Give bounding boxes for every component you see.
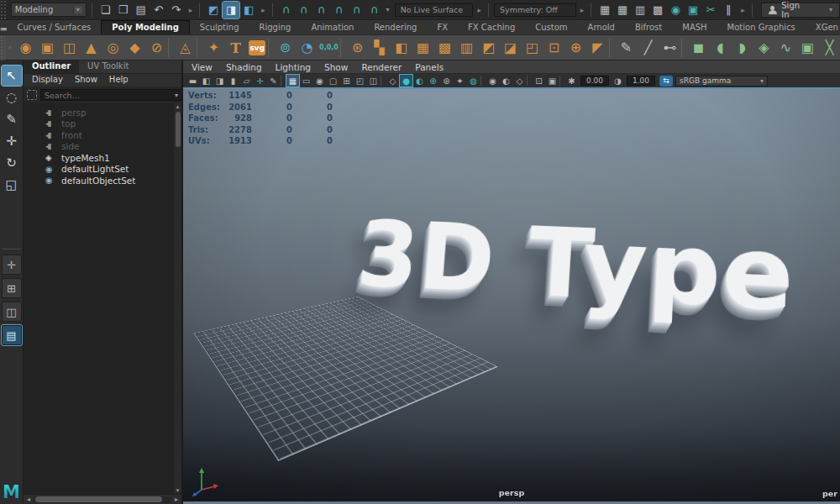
panel-tab[interactable]: UV Toolkit: [79, 60, 137, 73]
menu-item[interactable]: Show: [75, 75, 97, 87]
menu-set-selector[interactable]: Modeling ▾: [11, 3, 87, 17]
make-live-icon[interactable]: ∩: [366, 2, 383, 18]
select-camera-icon[interactable]: ▬: [186, 75, 199, 87]
menu-item[interactable]: Show: [324, 62, 348, 72]
menu-item[interactable]: View: [192, 62, 213, 72]
shelf-tab[interactable]: Motion Graphics: [717, 21, 806, 34]
scrollbar-thumb[interactable]: [35, 496, 162, 502]
viewport-canvas[interactable]: 3D Type Verts: 1145 0 0 Edges:: [183, 87, 840, 504]
scroll-up-icon[interactable]: ▴: [174, 103, 181, 110]
select-object-icon[interactable]: ◨: [223, 2, 239, 18]
render-view-icon[interactable]: ▣: [685, 2, 701, 18]
quadrangulate-icon[interactable]: ◪: [500, 37, 521, 58]
live-surface-field[interactable]: No Live Surface: [395, 3, 474, 17]
separator[interactable]: [268, 39, 274, 57]
separator[interactable]: [681, 39, 687, 57]
four-view-layout-button[interactable]: ⊞: [2, 278, 22, 298]
menu-item[interactable]: Help: [109, 75, 129, 87]
separator[interactable]: [559, 76, 564, 86]
xray-joints-icon[interactable]: ◐: [500, 75, 512, 87]
scroll-right-icon[interactable]: ▸: [171, 496, 181, 503]
extrude-icon[interactable]: ▥: [456, 37, 477, 58]
wireframe-icon[interactable]: ◇: [386, 75, 399, 87]
four-view-icon[interactable]: ⊞: [340, 75, 353, 87]
color-management-button[interactable]: ⇆: [659, 76, 673, 87]
shelf-tab[interactable]: Poly Modeling: [101, 20, 190, 34]
snap-projected-center-icon[interactable]: ∩: [331, 2, 348, 18]
render-settings-icon[interactable]: ▩: [649, 2, 666, 18]
retopo-icon[interactable]: ╳: [819, 37, 840, 58]
menu-item[interactable]: Lighting: [276, 62, 311, 72]
save-scene-icon[interactable]: ▤: [133, 2, 150, 18]
scale-tool[interactable]: ◱: [2, 175, 22, 195]
redo-icon[interactable]: ↷: [168, 2, 185, 18]
panel-tab[interactable]: Outliner: [24, 60, 79, 73]
crease-set-icon[interactable]: ◖: [710, 37, 731, 58]
separator[interactable]: [480, 76, 486, 86]
snap-point-icon[interactable]: ∩: [313, 2, 330, 18]
wire-on-shaded-icon[interactable]: ⊕: [427, 75, 439, 87]
cut-scene-icon[interactable]: ✂: [702, 2, 719, 18]
snap-grid-icon[interactable]: ∩: [278, 2, 295, 18]
ipr-render-icon[interactable]: ▦: [614, 2, 631, 18]
shelf-tab[interactable]: Rendering: [364, 21, 427, 34]
shelf-options-icon[interactable]: ◦: [5, 44, 15, 52]
super-shape-icon[interactable]: ✦: [203, 37, 224, 58]
outliner-item[interactable]: ◉ defaultLightSet: [24, 164, 181, 176]
create-polygon-icon[interactable]: ◼: [688, 37, 709, 58]
drag-grip[interactable]: [0, 0, 7, 19]
wide-view-icon[interactable]: ▭: [300, 75, 312, 87]
type-tool-icon[interactable]: T: [225, 37, 246, 58]
collapse-shelf-icon[interactable]: ▬: [0, 23, 8, 34]
scrollbar-thumb[interactable]: [176, 112, 181, 147]
shell-icon[interactable]: ◗: [732, 37, 753, 58]
triangulate-icon[interactable]: ◩: [478, 37, 499, 58]
shelf-tab[interactable]: Arnold: [578, 21, 625, 34]
view-transform-dropdown[interactable]: sRGB gamma ▾: [675, 76, 768, 87]
outliner-item[interactable]: ◂▮ front: [24, 129, 181, 141]
display-layers-icon[interactable]: ◉: [667, 2, 684, 18]
field-chart-icon[interactable]: ▣: [546, 75, 559, 87]
target-weld-icon[interactable]: ⊷: [659, 37, 680, 58]
shelf-tab[interactable]: Custom: [525, 21, 577, 34]
outliner-persp-layout-button[interactable]: ▤: [2, 325, 22, 345]
outliner-item[interactable]: ◂▮ side: [24, 141, 181, 153]
snap-options-dropdown-icon[interactable]: ▾: [384, 2, 392, 18]
menu-item[interactable]: Renderer: [361, 62, 402, 72]
outliner-tree[interactable]: ◂▮ persp ◂▮ top ◂▮ front: [24, 103, 181, 494]
pause-viewport-icon[interactable]: ‖: [720, 2, 737, 18]
corner-view-icon[interactable]: ◰: [354, 75, 366, 87]
render-sequence-icon[interactable]: ▥: [632, 2, 648, 18]
reset-transform-icon[interactable]: 0,0,0: [318, 37, 339, 58]
separator[interactable]: [381, 76, 386, 86]
svg-tool-icon[interactable]: svg: [249, 40, 265, 55]
gamma-field[interactable]: 1.00: [627, 76, 655, 86]
gamma-icon[interactable]: ◑: [612, 75, 624, 87]
menu-item[interactable]: Shading: [226, 62, 262, 72]
undo-icon[interactable]: ↶: [150, 2, 167, 18]
outliner-item[interactable]: ◂▮ top: [24, 118, 181, 130]
poly-cylinder-icon[interactable]: ◫: [59, 37, 80, 58]
select-component-icon[interactable]: ◧: [240, 2, 257, 18]
bookmark-icon[interactable]: ▮: [227, 75, 239, 87]
sphere-project-icon[interactable]: ⊕: [565, 37, 586, 58]
fill-hole-icon[interactable]: ▦: [412, 37, 433, 58]
outliner-item[interactable]: ◂▮ persp: [24, 107, 181, 118]
poly-disc-icon[interactable]: ⊘: [146, 37, 167, 58]
time-editor-icon[interactable]: ◔: [297, 37, 318, 58]
outliner-item[interactable]: ◈ typeMesh1: [24, 152, 181, 164]
separator[interactable]: [609, 39, 615, 57]
image-plane-icon[interactable]: ▱: [240, 75, 253, 87]
camera-attributes-icon[interactable]: ◧: [200, 75, 213, 87]
curve-warp-icon[interactable]: ∿: [775, 37, 796, 58]
select-hierarchy-icon[interactable]: ◩: [205, 2, 222, 18]
textured-icon[interactable]: ⊛: [440, 75, 453, 87]
separator[interactable]: [340, 39, 346, 57]
dim-view-icon[interactable]: ▢: [327, 75, 339, 87]
scroll-down-icon[interactable]: ▾: [174, 487, 181, 494]
separator[interactable]: [168, 39, 174, 57]
snap-curve-icon[interactable]: ∩: [296, 2, 312, 18]
open-scene-icon[interactable]: ❒: [115, 2, 132, 18]
mirror-icon[interactable]: ◧: [391, 37, 412, 58]
poly-torus-icon[interactable]: ◎: [102, 37, 123, 58]
